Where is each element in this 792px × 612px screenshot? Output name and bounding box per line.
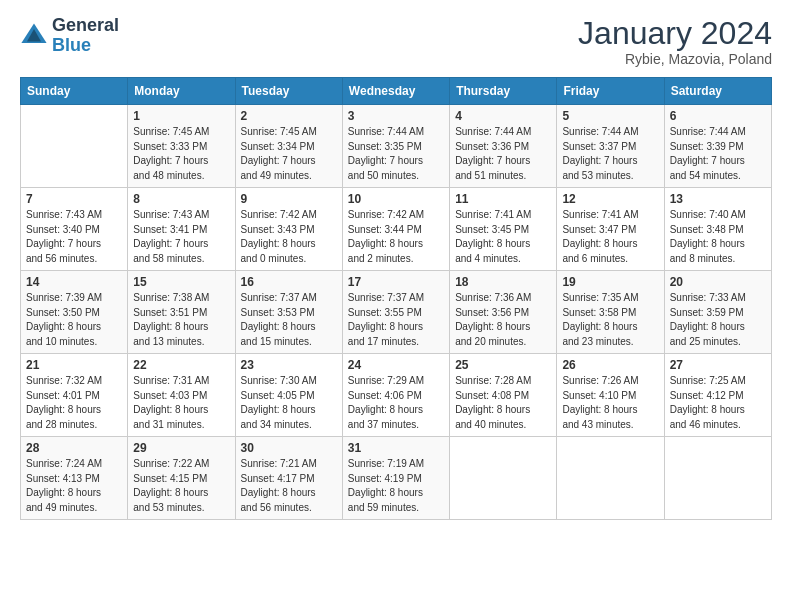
header-sunday: Sunday bbox=[21, 78, 128, 105]
week-row-5: 28Sunrise: 7:24 AM Sunset: 4:13 PM Dayli… bbox=[21, 437, 772, 520]
day-info: Sunrise: 7:42 AM Sunset: 3:43 PM Dayligh… bbox=[241, 208, 337, 266]
day-info: Sunrise: 7:37 AM Sunset: 3:55 PM Dayligh… bbox=[348, 291, 444, 349]
calendar-cell: 3Sunrise: 7:44 AM Sunset: 3:35 PM Daylig… bbox=[342, 105, 449, 188]
day-number: 3 bbox=[348, 109, 444, 123]
day-info: Sunrise: 7:43 AM Sunset: 3:40 PM Dayligh… bbox=[26, 208, 122, 266]
calendar-cell: 30Sunrise: 7:21 AM Sunset: 4:17 PM Dayli… bbox=[235, 437, 342, 520]
day-number: 4 bbox=[455, 109, 551, 123]
page-header: General Blue January 2024 Rybie, Mazovia… bbox=[20, 16, 772, 67]
calendar-cell: 12Sunrise: 7:41 AM Sunset: 3:47 PM Dayli… bbox=[557, 188, 664, 271]
header-wednesday: Wednesday bbox=[342, 78, 449, 105]
calendar-cell: 6Sunrise: 7:44 AM Sunset: 3:39 PM Daylig… bbox=[664, 105, 771, 188]
day-info: Sunrise: 7:44 AM Sunset: 3:36 PM Dayligh… bbox=[455, 125, 551, 183]
day-info: Sunrise: 7:44 AM Sunset: 3:35 PM Dayligh… bbox=[348, 125, 444, 183]
title-block: January 2024 Rybie, Mazovia, Poland bbox=[578, 16, 772, 67]
day-number: 29 bbox=[133, 441, 229, 455]
day-number: 27 bbox=[670, 358, 766, 372]
month-year: January 2024 bbox=[578, 16, 772, 51]
day-info: Sunrise: 7:21 AM Sunset: 4:17 PM Dayligh… bbox=[241, 457, 337, 515]
day-info: Sunrise: 7:30 AM Sunset: 4:05 PM Dayligh… bbox=[241, 374, 337, 432]
calendar-cell bbox=[450, 437, 557, 520]
calendar-cell: 10Sunrise: 7:42 AM Sunset: 3:44 PM Dayli… bbox=[342, 188, 449, 271]
day-info: Sunrise: 7:19 AM Sunset: 4:19 PM Dayligh… bbox=[348, 457, 444, 515]
calendar-cell: 20Sunrise: 7:33 AM Sunset: 3:59 PM Dayli… bbox=[664, 271, 771, 354]
day-number: 31 bbox=[348, 441, 444, 455]
calendar-cell: 25Sunrise: 7:28 AM Sunset: 4:08 PM Dayli… bbox=[450, 354, 557, 437]
day-info: Sunrise: 7:29 AM Sunset: 4:06 PM Dayligh… bbox=[348, 374, 444, 432]
logo-icon bbox=[20, 22, 48, 50]
day-number: 2 bbox=[241, 109, 337, 123]
calendar-cell: 29Sunrise: 7:22 AM Sunset: 4:15 PM Dayli… bbox=[128, 437, 235, 520]
day-number: 15 bbox=[133, 275, 229, 289]
header-saturday: Saturday bbox=[664, 78, 771, 105]
day-number: 10 bbox=[348, 192, 444, 206]
day-info: Sunrise: 7:33 AM Sunset: 3:59 PM Dayligh… bbox=[670, 291, 766, 349]
calendar-cell: 22Sunrise: 7:31 AM Sunset: 4:03 PM Dayli… bbox=[128, 354, 235, 437]
calendar-cell: 19Sunrise: 7:35 AM Sunset: 3:58 PM Dayli… bbox=[557, 271, 664, 354]
calendar-cell: 11Sunrise: 7:41 AM Sunset: 3:45 PM Dayli… bbox=[450, 188, 557, 271]
logo: General Blue bbox=[20, 16, 119, 56]
day-info: Sunrise: 7:36 AM Sunset: 3:56 PM Dayligh… bbox=[455, 291, 551, 349]
day-number: 16 bbox=[241, 275, 337, 289]
day-number: 18 bbox=[455, 275, 551, 289]
calendar-header-row: SundayMondayTuesdayWednesdayThursdayFrid… bbox=[21, 78, 772, 105]
calendar-cell: 23Sunrise: 7:30 AM Sunset: 4:05 PM Dayli… bbox=[235, 354, 342, 437]
day-number: 9 bbox=[241, 192, 337, 206]
day-number: 8 bbox=[133, 192, 229, 206]
calendar-cell: 2Sunrise: 7:45 AM Sunset: 3:34 PM Daylig… bbox=[235, 105, 342, 188]
day-number: 7 bbox=[26, 192, 122, 206]
day-number: 26 bbox=[562, 358, 658, 372]
day-info: Sunrise: 7:40 AM Sunset: 3:48 PM Dayligh… bbox=[670, 208, 766, 266]
calendar-cell: 4Sunrise: 7:44 AM Sunset: 3:36 PM Daylig… bbox=[450, 105, 557, 188]
day-number: 1 bbox=[133, 109, 229, 123]
calendar-cell bbox=[664, 437, 771, 520]
calendar-cell: 7Sunrise: 7:43 AM Sunset: 3:40 PM Daylig… bbox=[21, 188, 128, 271]
calendar-cell: 18Sunrise: 7:36 AM Sunset: 3:56 PM Dayli… bbox=[450, 271, 557, 354]
day-info: Sunrise: 7:45 AM Sunset: 3:33 PM Dayligh… bbox=[133, 125, 229, 183]
calendar-cell: 28Sunrise: 7:24 AM Sunset: 4:13 PM Dayli… bbox=[21, 437, 128, 520]
day-info: Sunrise: 7:44 AM Sunset: 3:39 PM Dayligh… bbox=[670, 125, 766, 183]
calendar-cell: 13Sunrise: 7:40 AM Sunset: 3:48 PM Dayli… bbox=[664, 188, 771, 271]
header-tuesday: Tuesday bbox=[235, 78, 342, 105]
calendar-cell: 14Sunrise: 7:39 AM Sunset: 3:50 PM Dayli… bbox=[21, 271, 128, 354]
calendar-cell bbox=[557, 437, 664, 520]
calendar-cell: 15Sunrise: 7:38 AM Sunset: 3:51 PM Dayli… bbox=[128, 271, 235, 354]
day-number: 5 bbox=[562, 109, 658, 123]
calendar-cell: 16Sunrise: 7:37 AM Sunset: 3:53 PM Dayli… bbox=[235, 271, 342, 354]
day-number: 6 bbox=[670, 109, 766, 123]
calendar-table: SundayMondayTuesdayWednesdayThursdayFrid… bbox=[20, 77, 772, 520]
day-number: 17 bbox=[348, 275, 444, 289]
header-friday: Friday bbox=[557, 78, 664, 105]
day-number: 13 bbox=[670, 192, 766, 206]
calendar-cell: 8Sunrise: 7:43 AM Sunset: 3:41 PM Daylig… bbox=[128, 188, 235, 271]
logo-line2: Blue bbox=[52, 36, 119, 56]
day-info: Sunrise: 7:41 AM Sunset: 3:47 PM Dayligh… bbox=[562, 208, 658, 266]
logo-line1: General bbox=[52, 16, 119, 36]
calendar-cell: 5Sunrise: 7:44 AM Sunset: 3:37 PM Daylig… bbox=[557, 105, 664, 188]
day-number: 19 bbox=[562, 275, 658, 289]
day-info: Sunrise: 7:39 AM Sunset: 3:50 PM Dayligh… bbox=[26, 291, 122, 349]
day-info: Sunrise: 7:38 AM Sunset: 3:51 PM Dayligh… bbox=[133, 291, 229, 349]
calendar-cell: 31Sunrise: 7:19 AM Sunset: 4:19 PM Dayli… bbox=[342, 437, 449, 520]
header-thursday: Thursday bbox=[450, 78, 557, 105]
calendar-cell: 27Sunrise: 7:25 AM Sunset: 4:12 PM Dayli… bbox=[664, 354, 771, 437]
location: Rybie, Mazovia, Poland bbox=[578, 51, 772, 67]
calendar-cell: 17Sunrise: 7:37 AM Sunset: 3:55 PM Dayli… bbox=[342, 271, 449, 354]
day-number: 14 bbox=[26, 275, 122, 289]
day-info: Sunrise: 7:32 AM Sunset: 4:01 PM Dayligh… bbox=[26, 374, 122, 432]
day-info: Sunrise: 7:43 AM Sunset: 3:41 PM Dayligh… bbox=[133, 208, 229, 266]
day-info: Sunrise: 7:31 AM Sunset: 4:03 PM Dayligh… bbox=[133, 374, 229, 432]
day-info: Sunrise: 7:41 AM Sunset: 3:45 PM Dayligh… bbox=[455, 208, 551, 266]
day-number: 11 bbox=[455, 192, 551, 206]
day-number: 23 bbox=[241, 358, 337, 372]
day-number: 20 bbox=[670, 275, 766, 289]
header-monday: Monday bbox=[128, 78, 235, 105]
week-row-3: 14Sunrise: 7:39 AM Sunset: 3:50 PM Dayli… bbox=[21, 271, 772, 354]
calendar-cell: 26Sunrise: 7:26 AM Sunset: 4:10 PM Dayli… bbox=[557, 354, 664, 437]
day-info: Sunrise: 7:35 AM Sunset: 3:58 PM Dayligh… bbox=[562, 291, 658, 349]
day-number: 30 bbox=[241, 441, 337, 455]
day-number: 22 bbox=[133, 358, 229, 372]
day-info: Sunrise: 7:24 AM Sunset: 4:13 PM Dayligh… bbox=[26, 457, 122, 515]
day-info: Sunrise: 7:25 AM Sunset: 4:12 PM Dayligh… bbox=[670, 374, 766, 432]
day-number: 21 bbox=[26, 358, 122, 372]
